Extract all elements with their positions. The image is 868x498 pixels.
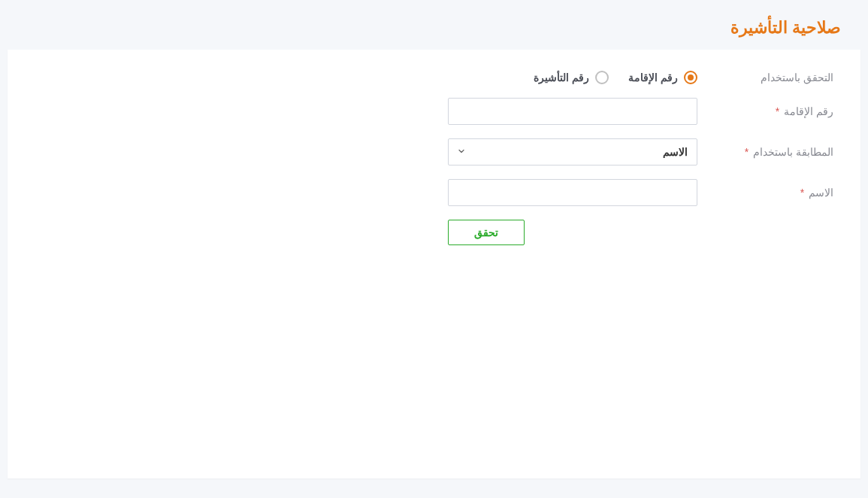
radio-residence-label: رقم الإقامة [628, 71, 678, 84]
verify-by-label-text: التحقق باستخدام [761, 71, 833, 84]
radio-circle-icon [595, 71, 609, 84]
match-by-row: المطابقة باستخدام * الاسم [35, 138, 833, 165]
residence-number-label-text: رقم الإقامة [784, 105, 833, 117]
verify-by-radio-group: رقم الإقامة رقم التأشيرة [534, 71, 697, 84]
required-mark: * [745, 146, 749, 158]
match-by-label: المطابقة باستخدام * [709, 146, 833, 158]
button-row: تحقق [448, 220, 697, 245]
page-title: صلاحية التأشيرة [27, 18, 841, 38]
name-label: الاسم * [709, 187, 833, 199]
name-row: الاسم * [35, 179, 833, 206]
match-by-label-text: المطابقة باستخدام [753, 146, 833, 158]
required-mark: * [776, 105, 779, 117]
residence-number-input[interactable] [448, 98, 697, 125]
match-by-select[interactable]: الاسم [448, 138, 697, 165]
radio-residence[interactable]: رقم الإقامة [628, 71, 697, 84]
verify-by-row: التحقق باستخدام رقم الإقامة رقم التأشيرة [35, 71, 833, 84]
radio-dot-icon [688, 74, 694, 80]
required-mark: * [800, 187, 804, 199]
page-header: صلاحية التأشيرة [0, 0, 868, 50]
residence-number-row: رقم الإقامة * [35, 98, 833, 125]
match-by-select-wrap: الاسم [448, 138, 697, 165]
radio-visa[interactable]: رقم التأشيرة [534, 71, 609, 84]
form-card: التحقق باستخدام رقم الإقامة رقم التأشيرة… [8, 50, 860, 478]
verify-button[interactable]: تحقق [448, 220, 525, 245]
residence-number-label: رقم الإقامة * [709, 105, 833, 117]
verify-by-label: التحقق باستخدام [709, 71, 833, 84]
name-label-text: الاسم [809, 187, 833, 199]
radio-circle-icon [684, 71, 697, 84]
radio-visa-label: رقم التأشيرة [534, 71, 589, 84]
name-input[interactable] [448, 179, 697, 206]
